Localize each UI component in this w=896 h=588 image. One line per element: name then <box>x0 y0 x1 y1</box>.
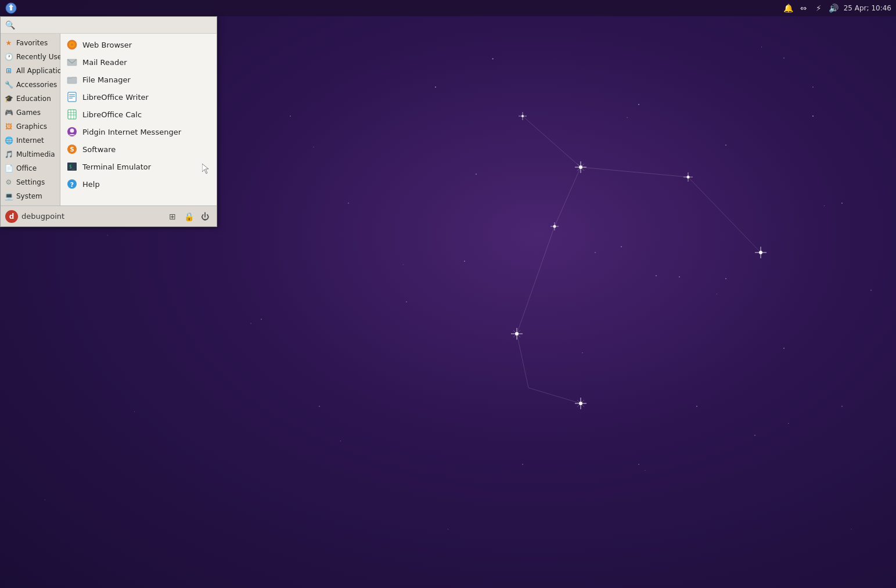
sidebar-label-graphics: Graphics <box>16 122 47 131</box>
svg-point-38 <box>812 116 814 117</box>
lock-button[interactable]: 🔒 <box>182 210 196 223</box>
svg-point-51 <box>595 252 596 253</box>
svg-point-40 <box>783 348 785 349</box>
menu-body: ★ Favorites 🕐 Recently Used ⊞ All Applic… <box>1 34 217 205</box>
svg-point-50 <box>679 276 680 277</box>
app-label-mail-reader: Mail Reader <box>82 58 127 67</box>
sidebar-item-all-applications[interactable]: ⊞ All Applications <box>1 64 60 78</box>
taskbar-time: 25 Apr; 10:46 <box>844 4 891 12</box>
web-browser-icon <box>66 39 78 50</box>
office-icon: 📄 <box>4 164 13 173</box>
taskbar-logo-button[interactable] <box>5 2 17 15</box>
search-input[interactable] <box>19 21 212 30</box>
app-label-software: Software <box>82 145 116 154</box>
sidebar-label-system: System <box>16 192 42 200</box>
sidebar-item-favorites[interactable]: ★ Favorites <box>1 36 60 50</box>
app-label-libreoffice-writer: LibreOffice Writer <box>82 93 149 102</box>
app-label-pidgin: Pidgin Internet Messenger <box>82 128 181 136</box>
svg-line-28 <box>581 167 688 177</box>
app-label-help: Help <box>82 180 100 189</box>
sidebar-item-settings[interactable]: ⚙ Settings <box>1 175 60 189</box>
switch-icon[interactable]: ⇔ <box>798 3 809 13</box>
svg-point-76 <box>70 129 74 133</box>
notification-icon[interactable]: 🔔 <box>783 3 794 13</box>
svg-point-41 <box>725 278 726 279</box>
sidebar-label-office: Office <box>16 164 37 172</box>
sidebar-label-favorites: Favorites <box>16 39 48 47</box>
sidebar-label-internet: Internet <box>16 136 44 145</box>
multimedia-icon: 🎵 <box>4 150 13 159</box>
svg-point-48 <box>261 319 262 320</box>
svg-point-34 <box>435 86 436 88</box>
mail-reader-icon <box>66 56 78 68</box>
taskbar: 🔔 ⇔ ⚡ 🔊 25 Apr; 10:46 <box>0 0 896 16</box>
menu-sidebar: ★ Favorites 🕐 Recently Used ⊞ All Applic… <box>1 34 60 205</box>
sidebar-item-office[interactable]: 📄 Office <box>1 161 60 175</box>
svg-point-53 <box>638 464 639 465</box>
sidebar-item-accessories[interactable]: 🔧 Accessories <box>1 78 60 92</box>
power-manager-icon[interactable]: ⚡ <box>814 3 824 13</box>
svg-line-32 <box>517 334 528 388</box>
svg-text:S: S <box>70 146 74 153</box>
sidebar-label-education: Education <box>16 95 51 103</box>
sidebar-label-accessories: Accessories <box>16 81 57 89</box>
power-button[interactable]: ⏻ <box>198 210 212 223</box>
app-item-file-manager[interactable]: File Manager <box>60 71 217 88</box>
sidebar-item-multimedia[interactable]: 🎵 Multimedia <box>1 147 60 161</box>
sidebar-label-multimedia: Multimedia <box>16 150 55 158</box>
svg-point-49 <box>319 406 320 407</box>
svg-point-47 <box>290 116 291 117</box>
app-item-mail-reader[interactable]: Mail Reader <box>60 53 217 71</box>
search-icon: 🔍 <box>5 20 15 30</box>
svg-text:$_: $_ <box>69 164 75 169</box>
svg-point-36 <box>638 104 639 105</box>
system-icon: 💻 <box>4 192 13 201</box>
app-label-file-manager: File Manager <box>82 75 131 84</box>
app-item-terminal[interactable]: $_ Terminal Emulator <box>60 158 217 175</box>
svg-point-37 <box>725 145 726 146</box>
volume-icon[interactable]: 🔊 <box>829 3 839 13</box>
sidebar-label-games: Games <box>16 109 41 117</box>
app-item-software[interactable]: S Software <box>60 140 217 158</box>
app-label-libreoffice-calc: LibreOffice Calc <box>82 110 142 119</box>
app-item-help[interactable]: ? Help <box>60 175 217 193</box>
menu-content: Web Browser Mail Reader <box>60 34 217 205</box>
app-menu: 🔍 ★ Favorites 🕐 Recently Used ⊞ All Appl… <box>0 16 217 227</box>
app-item-libreoffice-calc[interactable]: LibreOffice Calc <box>60 106 217 123</box>
svg-point-57 <box>870 290 872 291</box>
svg-text:?: ? <box>70 181 74 189</box>
taskbar-left <box>5 2 17 15</box>
svg-line-33 <box>528 388 581 403</box>
app-item-web-browser[interactable]: Web Browser <box>60 36 217 53</box>
svg-point-42 <box>656 275 657 276</box>
file-manager-icon <box>66 74 78 85</box>
sidebar-item-recently-used[interactable]: 🕐 Recently Used <box>1 50 60 64</box>
settings-icon: ⚙ <box>4 178 13 187</box>
sidebar-item-internet[interactable]: 🌐 Internet <box>1 134 60 147</box>
sidebar-item-graphics[interactable]: 🖼 Graphics <box>1 120 60 134</box>
svg-point-54 <box>522 464 523 465</box>
sidebar-item-games[interactable]: 🎮 Games <box>1 106 60 120</box>
app-label-terminal: Terminal Emulator <box>82 163 151 171</box>
svg-point-43 <box>621 246 622 247</box>
help-icon: ? <box>66 178 78 190</box>
libreoffice-writer-icon <box>66 91 78 103</box>
svg-rect-70 <box>68 110 76 119</box>
app-item-libreoffice-writer[interactable]: LibreOffice Writer <box>60 88 217 106</box>
app-item-pidgin[interactable]: Pidgin Internet Messenger <box>60 123 217 140</box>
svg-line-30 <box>555 167 581 226</box>
menu-bottom: d debugpoint ⊞ 🔒 ⏻ <box>1 205 217 226</box>
display-button[interactable]: ⊞ <box>165 210 179 223</box>
software-icon: S <box>66 143 78 155</box>
sidebar-item-system[interactable]: 💻 System <box>1 189 60 203</box>
sidebar-item-education[interactable]: 🎓 Education <box>1 92 60 106</box>
svg-line-27 <box>523 116 581 167</box>
svg-point-52 <box>696 406 697 407</box>
username-label: debugpoint <box>21 212 64 221</box>
terminal-icon: $_ <box>66 161 78 172</box>
svg-point-44 <box>464 261 465 262</box>
internet-icon: 🌐 <box>4 136 13 145</box>
accessories-icon: 🔧 <box>4 80 13 89</box>
svg-point-63 <box>71 44 74 46</box>
taskbar-right: 🔔 ⇔ ⚡ 🔊 25 Apr; 10:46 <box>783 3 891 13</box>
